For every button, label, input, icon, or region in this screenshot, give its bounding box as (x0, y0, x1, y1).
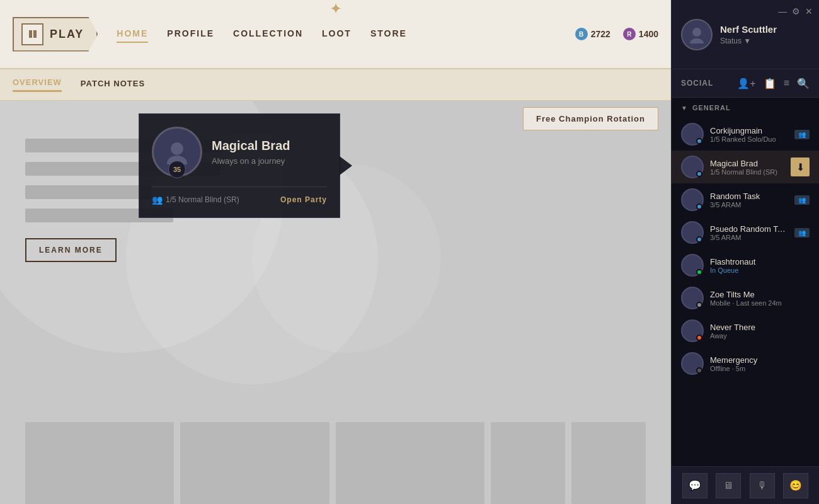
grid-item-1 (25, 422, 174, 504)
top-nav: ✦ PLAY HOME PROFILE COLLECTION LOOT STOR… (0, 0, 671, 69)
friend-name: Flashtronaut (710, 257, 810, 266)
section-general-label: GENERAL (692, 104, 810, 112)
friend-name: Magical Brad (710, 159, 788, 168)
friend-name: Never There (710, 323, 810, 332)
grid-item-3 (336, 422, 484, 504)
friend-memergency[interactable]: Memergency Offline · 5m (672, 347, 819, 380)
rp-icon: R (623, 28, 636, 40)
nav-store[interactable]: STORE (370, 25, 407, 43)
friend-name: Random Task (710, 192, 788, 201)
social-bar: SOCIAL 👤+ 📋 ≡ 🔍 (672, 69, 819, 98)
clipboard-button[interactable]: 📋 (764, 77, 776, 89)
minimize-button[interactable]: — (778, 6, 787, 16)
friend-status: Offline · 5m (710, 365, 810, 372)
bottom-grid (25, 422, 646, 504)
mic-button[interactable]: 🎙 (750, 473, 775, 498)
friend-info: Random Task 3/5 ARAM (710, 192, 788, 209)
friend-avatar (681, 188, 704, 211)
list-button[interactable]: ≡ (784, 77, 789, 89)
text-bar-3 (25, 185, 151, 199)
profile-level: 35 (168, 161, 186, 178)
friend-status: 3/5 ARAM (710, 201, 788, 209)
play-button[interactable]: PLAY (13, 17, 98, 52)
status-dot (696, 367, 702, 374)
screen-button[interactable]: 🖥 (716, 473, 741, 498)
profile-subtitle: Always on a journey (212, 156, 290, 166)
party-badge: 👥 (794, 228, 810, 238)
friend-info: Flashtronaut In Queue (710, 257, 810, 274)
profile-card-footer: 👥 1/5 Normal Blind (SR) Open Party (152, 186, 327, 205)
rp-value: 1400 (639, 29, 658, 39)
friend-avatar (681, 123, 704, 146)
profile-avatar: 35 (152, 127, 202, 177)
chat-button[interactable]: 💬 (682, 473, 707, 498)
window-controls: — ⚙ ✕ (778, 6, 813, 16)
play-label: PLAY (50, 28, 84, 41)
nav-loot[interactable]: LOOT (322, 25, 352, 43)
nav-home[interactable]: HOME (117, 25, 148, 43)
nav-collection[interactable]: COLLECTION (233, 25, 303, 43)
party-info: 👥 1/5 Normal Blind (SR) (152, 195, 239, 205)
nav-profile[interactable]: PROFILE (167, 25, 214, 43)
status-dot (696, 335, 702, 341)
friend-status: Away (710, 332, 810, 340)
grid-item-2 (180, 422, 329, 504)
add-friend-button[interactable]: 👤+ (737, 77, 755, 89)
user-name: Nerf Scuttler (720, 24, 810, 35)
party-badge: 👥 (794, 130, 810, 139)
friend-status: In Queue (710, 266, 810, 274)
nav-right: B 2722 R 1400 (575, 28, 658, 40)
friend-flashtronaut[interactable]: Flashtronaut In Queue (672, 249, 819, 282)
sidebar-header: — ⚙ ✕ Nerf Scuttler Status ▼ (672, 0, 819, 69)
social-icons: 👤+ 📋 ≡ 🔍 (737, 77, 810, 89)
settings-button[interactable]: ⚙ (792, 6, 800, 16)
subnav-overview[interactable]: OVERVIEW (13, 77, 62, 92)
play-icon (21, 23, 43, 45)
user-avatar (681, 19, 713, 50)
social-label: SOCIAL (681, 79, 713, 88)
search-button[interactable]: 🔍 (797, 77, 810, 89)
friend-avatar (681, 287, 704, 309)
friend-info: Never There Away (710, 323, 810, 340)
emoji-button[interactable]: 😊 (783, 473, 808, 498)
friend-status: Mobile · Last seen 24m (710, 299, 810, 307)
friend-zoe-tilts-me[interactable]: Zoe Tilts Me Mobile · Last seen 24m (672, 282, 819, 314)
close-button[interactable]: ✕ (805, 6, 813, 16)
status-dot (696, 269, 702, 275)
section-general-header[interactable]: ▼ GENERAL (672, 98, 819, 118)
svg-point-2 (171, 142, 183, 155)
friend-status: 1/5 Normal Blind (SR) (710, 168, 788, 176)
status-dot (696, 203, 702, 210)
friend-status: 1/5 Ranked Solo/Duo (710, 135, 788, 143)
friend-corkijungmain[interactable]: Corkijungmain 1/5 Ranked Solo/Duo 👥 (672, 118, 819, 151)
free-rotation-button[interactable]: Free Champion Rotation (523, 107, 658, 130)
friend-magical-brad[interactable]: Magical Brad 1/5 Normal Blind (SR) 👥 ⬇ (672, 151, 819, 183)
friend-name: Memergency (710, 355, 810, 365)
be-currency[interactable]: B 2722 (575, 28, 610, 40)
download-button[interactable]: ⬇ (791, 158, 810, 176)
user-status[interactable]: Status ▼ (720, 37, 810, 45)
logo-icon: ✦ (329, 0, 342, 18)
status-dot (696, 138, 702, 144)
svg-rect-1 (33, 30, 37, 38)
svg-point-5 (690, 38, 704, 43)
be-icon: B (575, 28, 588, 40)
profile-card: 35 Magical Brad Always on a journey 👥 1/… (139, 113, 340, 218)
learn-more-button[interactable]: LEARN MORE (25, 238, 117, 262)
rp-currency[interactable]: R 1400 (623, 28, 658, 40)
party-info-text: 1/5 Normal Blind (SR) (166, 195, 239, 204)
friend-psuedo-random-task[interactable]: Psuedo Random Task 3/5 ARAM 👥 (672, 216, 819, 249)
friend-name: Psuedo Random Task (710, 224, 788, 234)
friends-list: ▼ GENERAL Corkijungmain 1/5 Ranked Solo/… (672, 98, 819, 466)
friend-random-task[interactable]: Random Task 3/5 ARAM 👥 (672, 183, 819, 216)
friend-info: Corkijungmain 1/5 Ranked Solo/Duo (710, 126, 788, 143)
friend-never-there[interactable]: Never There Away (672, 314, 819, 347)
open-party-button[interactable]: Open Party (280, 195, 327, 204)
card-arrow (340, 156, 352, 175)
friend-status: 3/5 ARAM (710, 234, 788, 241)
grid-item-4 (491, 422, 565, 504)
grid-item-5 (571, 422, 646, 504)
status-dot (696, 302, 702, 308)
svg-rect-0 (29, 30, 32, 38)
subnav-patchnotes[interactable]: PATCH NOTES (81, 79, 145, 91)
